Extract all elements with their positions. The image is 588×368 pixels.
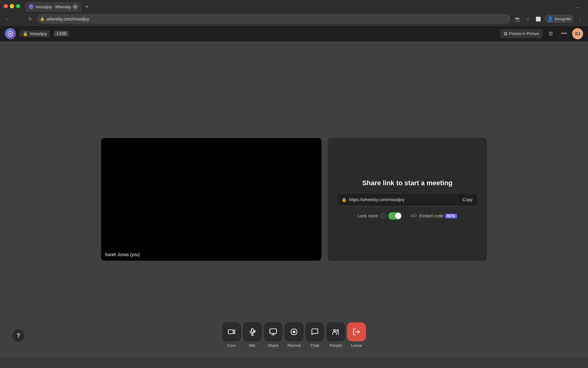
embed-option[interactable]: </> Embed code BETA bbox=[410, 213, 457, 219]
copy-button[interactable]: Copy bbox=[458, 194, 477, 206]
profile-label: Incognito bbox=[555, 17, 571, 21]
record-label: Record bbox=[288, 343, 300, 348]
video-grid: Sarah Jonas (you) Share link to start a … bbox=[80, 138, 508, 261]
leave-icon bbox=[352, 328, 360, 336]
tab-bar: /moodjoy - Whereby ✕ + ⌄ bbox=[23, 1, 584, 12]
svg-point-0 bbox=[8, 31, 13, 36]
lock-room-toggle[interactable] bbox=[388, 212, 402, 220]
mic-icon bbox=[248, 328, 256, 336]
main-content: Sarah Jonas (you) Share link to start a … bbox=[0, 42, 588, 357]
reload-button[interactable]: ↻ bbox=[26, 15, 34, 23]
mic-button[interactable]: Mic bbox=[243, 322, 262, 348]
sidebar-icon[interactable]: ⬜ bbox=[534, 15, 542, 23]
cam-icon bbox=[228, 328, 236, 336]
beta-badge: BETA bbox=[445, 214, 457, 218]
lock-info-icon[interactable]: i bbox=[380, 213, 386, 219]
video-panel: Sarah Jonas (you) bbox=[101, 138, 322, 261]
maximize-button[interactable] bbox=[16, 4, 20, 8]
settings-button[interactable]: ⚙ bbox=[545, 28, 556, 39]
cam-label: Cam bbox=[227, 343, 236, 348]
chat-icon bbox=[311, 328, 319, 336]
record-button[interactable]: Record bbox=[285, 322, 303, 348]
back-button[interactable]: ← bbox=[4, 15, 12, 23]
traffic-lights bbox=[4, 4, 20, 8]
share-label: Share bbox=[268, 343, 279, 348]
mic-icon-wrap bbox=[243, 322, 262, 341]
people-icon-wrap bbox=[326, 322, 345, 341]
app-bar: 🔒 /moodjoy 1/100 ⧉ Picture in Picture ⚙ … bbox=[0, 26, 588, 42]
record-icon-wrap bbox=[285, 322, 303, 341]
app-logo bbox=[5, 28, 16, 39]
video-user-label: Sarah Jonas (you) bbox=[105, 252, 140, 257]
forward-button[interactable]: → bbox=[15, 15, 23, 23]
minimize-button[interactable] bbox=[10, 4, 14, 8]
new-tab-button[interactable]: + bbox=[83, 2, 91, 11]
close-button[interactable] bbox=[4, 4, 8, 8]
cam-icon-wrap bbox=[222, 322, 241, 341]
app-bar-actions: ⧉ Picture in Picture ⚙ ••• SJ bbox=[500, 28, 583, 39]
tab-favicon bbox=[29, 4, 34, 9]
tab-list-button[interactable]: ⌄ bbox=[573, 2, 582, 11]
share-url-text: https://whereby.com/moodjoy bbox=[349, 197, 405, 202]
people-button[interactable]: People bbox=[326, 322, 345, 348]
svg-point-9 bbox=[293, 331, 296, 333]
people-icon bbox=[332, 328, 340, 336]
leave-label: Leave bbox=[351, 343, 362, 348]
room-path-text: /moodjoy bbox=[30, 31, 47, 36]
more-options-icon[interactable]: ⋮ bbox=[576, 15, 584, 23]
lock-room-label: Lock room bbox=[358, 213, 378, 218]
share-url: 🔒 https://whereby.com/moodjoy bbox=[337, 194, 457, 206]
share-button[interactable]: Share bbox=[264, 322, 283, 348]
cam-button[interactable]: Cam bbox=[222, 322, 241, 348]
title-bar: /moodjoy - Whereby ✕ + ⌄ bbox=[0, 0, 588, 12]
svg-rect-2 bbox=[251, 328, 254, 332]
share-screen-icon bbox=[269, 328, 277, 336]
camera-icon[interactable]: 📷 bbox=[513, 15, 522, 23]
url-bar[interactable]: 🔒 whereby.com/moodjoy bbox=[37, 14, 511, 24]
bookmark-icon[interactable]: ☆ bbox=[523, 15, 532, 23]
share-options: Lock room i </> Embed code BETA bbox=[358, 212, 457, 220]
svg-rect-5 bbox=[270, 329, 277, 333]
chat-icon-wrap bbox=[305, 322, 324, 341]
record-icon bbox=[290, 328, 298, 336]
browser-chrome: /moodjoy - Whereby ✕ + ⌄ ← → ↻ 🔒 whe bbox=[0, 0, 588, 26]
tab-close-button[interactable]: ✕ bbox=[73, 4, 78, 9]
room-count: 1/100 bbox=[54, 31, 69, 36]
svg-rect-1 bbox=[228, 330, 233, 334]
chat-button[interactable]: Chat bbox=[305, 322, 324, 348]
svg-point-10 bbox=[334, 329, 336, 332]
share-icon-wrap bbox=[264, 322, 283, 341]
share-link-box: 🔒 https://whereby.com/moodjoy Copy bbox=[337, 193, 478, 206]
address-actions: 📷 ☆ ⬜ 👤 Incognito ⋮ bbox=[513, 15, 584, 23]
active-tab[interactable]: /moodjoy - Whereby ✕ bbox=[25, 2, 81, 12]
bottom-toolbar: Cam Mic bbox=[222, 322, 366, 348]
chat-label: Chat bbox=[311, 343, 319, 348]
user-avatar[interactable]: SJ bbox=[572, 28, 583, 39]
embed-code-label: Embed code bbox=[419, 213, 443, 218]
tab-title: /moodjoy - Whereby bbox=[36, 5, 71, 9]
leave-button[interactable]: Leave bbox=[347, 322, 366, 348]
pip-label: Picture in Picture bbox=[509, 31, 539, 36]
people-label: People bbox=[330, 343, 342, 348]
url-text: whereby.com/moodjoy bbox=[47, 17, 89, 21]
pip-button[interactable]: ⧉ Picture in Picture bbox=[500, 29, 543, 38]
leave-icon-wrap bbox=[347, 322, 366, 341]
share-title: Share link to start a meeting bbox=[362, 179, 453, 187]
lock-room-option: Lock room i bbox=[358, 212, 401, 220]
address-bar: ← → ↻ 🔒 whereby.com/moodjoy 📷 ☆ ⬜ 👤 Inco… bbox=[0, 12, 588, 26]
mic-label: Mic bbox=[249, 343, 255, 348]
profile-button[interactable]: 👤 Incognito bbox=[544, 15, 574, 23]
toggle-knob bbox=[395, 213, 401, 219]
svg-point-11 bbox=[337, 330, 338, 331]
help-button[interactable]: ? bbox=[12, 329, 24, 342]
share-panel: Share link to start a meeting 🔒 https://… bbox=[328, 138, 487, 261]
more-button[interactable]: ••• bbox=[559, 28, 570, 39]
room-path: 🔒 /moodjoy bbox=[20, 30, 50, 37]
